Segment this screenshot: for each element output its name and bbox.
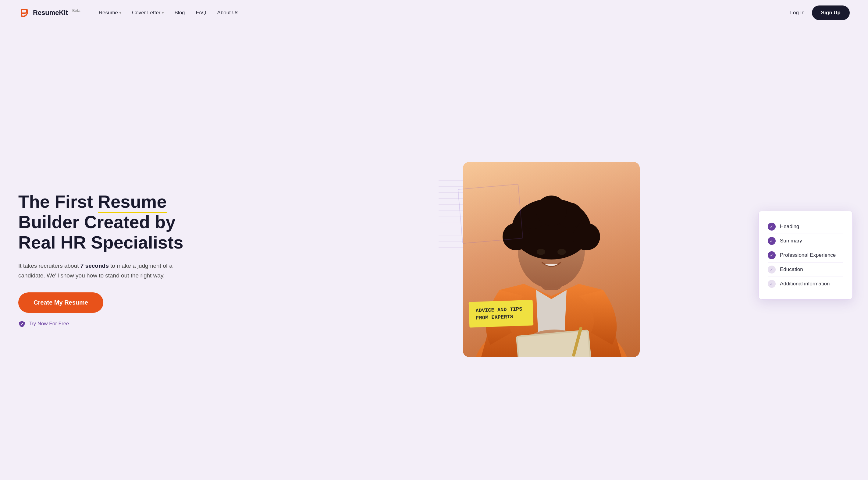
check-icon-education: ✓ [768,265,776,274]
check-icon-summary: ✓ [768,237,776,245]
summary-label: Summary [780,238,802,244]
check-icon-heading: ✓ [768,223,776,230]
resumekit-logo-icon [18,7,30,19]
logo-text: ResumeKit [33,9,68,17]
experience-label: Professional Experience [780,252,836,258]
create-resume-button[interactable]: Create My Resume [18,292,103,313]
advice-text: ADVICE AND TIPS FROM EXPERTS [475,306,527,322]
hero-title: The First Resume Builder Created by Real… [18,192,439,253]
svg-point-18 [573,223,600,250]
svg-point-21 [536,195,566,226]
heading-label: Heading [780,224,799,230]
svg-point-23 [557,249,566,255]
shield-star-icon [18,320,26,327]
deco-rectangle [458,184,523,244]
hero-bold-text: 7 seconds [81,262,109,269]
advice-card: ADVICE AND TIPS FROM EXPERTS [468,300,533,328]
checklist-item-summary: ✓ Summary [768,234,843,248]
nav-about[interactable]: About Us [217,10,239,16]
resume-checklist-card: ✓ Heading ✓ Summary ✓ Professional Exper… [758,211,853,300]
checklist-item-education: ✓ Education [768,262,843,277]
resume-chevron-icon: ▾ [120,11,121,14]
login-button[interactable]: Log In [790,10,805,16]
signup-button[interactable]: Sign Up [812,5,850,20]
check-icon-additional: ✓ [768,280,776,288]
logo[interactable]: ResumeKit Beta [18,7,81,19]
hero-title-highlight: Resume [98,192,167,212]
hero-content: The First Resume Builder Created by Real… [18,192,451,327]
nav-cover-letter[interactable]: Cover Letter ▾ [132,10,164,16]
nav-links: Resume ▾ Cover Letter ▾ Blog FAQ About U… [99,10,790,16]
try-free-link[interactable]: Try Now For Free [18,320,439,327]
hero-section: The First Resume Builder Created by Real… [0,26,868,480]
checklist-item-additional: ✓ Additional information [768,277,843,291]
checklist-item-heading: ✓ Heading [768,220,843,234]
hero-subtitle: It takes recruiters about 7 seconds to m… [18,261,177,280]
nav-actions: Log In Sign Up [790,5,850,20]
additional-label: Additional information [780,281,830,287]
nav-faq[interactable]: FAQ [196,10,206,16]
nav-resume[interactable]: Resume ▾ [99,10,121,16]
navbar: ResumeKit Beta Resume ▾ Cover Letter ▾ B… [0,0,868,26]
svg-point-22 [537,249,545,255]
check-icon-experience: ✓ [768,251,776,259]
logo-beta: Beta [72,8,81,13]
checklist-item-experience: ✓ Professional Experience [768,248,843,262]
education-label: Education [780,266,803,273]
try-free-label: Try Now For Free [29,321,69,327]
cover-letter-chevron-icon: ▾ [162,11,164,14]
nav-blog[interactable]: Blog [175,10,185,16]
hero-visual: ADVICE AND TIPS FROM EXPERTS ✓ Heading ✓… [451,156,850,363]
